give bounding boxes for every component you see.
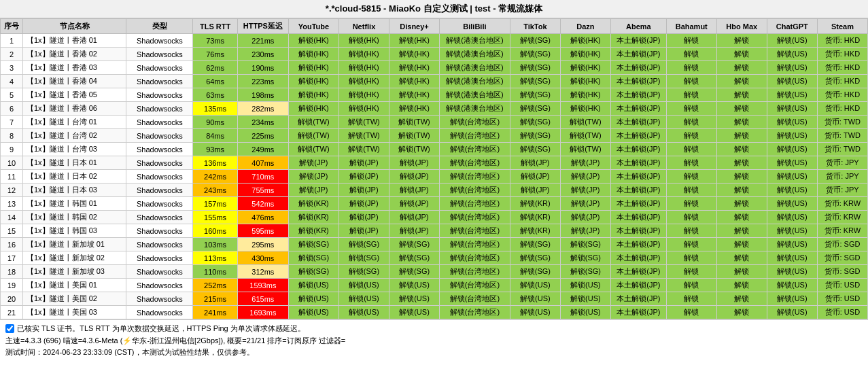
cell-netflix: 解锁(HK) bbox=[338, 34, 389, 48]
col-header-chatgpt: ChatGPT bbox=[767, 19, 817, 34]
cell-tiktok: 解锁(KR) bbox=[510, 197, 560, 211]
cell-netflix: 解锁(US) bbox=[338, 279, 389, 292]
cell-type: Shadowsocks bbox=[126, 292, 193, 306]
cell-name: 【1x】隧道丨台湾 02 bbox=[23, 129, 126, 143]
cell-name: 【1x】隧道丨新加坡 01 bbox=[23, 238, 126, 251]
table-row: 14 【1x】隧道丨韩国 02 Shadowsocks 155ms 476ms … bbox=[1, 211, 868, 224]
cell-chatgpt: 解锁(US) bbox=[767, 238, 817, 251]
table-row: 9 【1x】隧道丨台湾 03 Shadowsocks 93ms 249ms 解锁… bbox=[1, 143, 868, 156]
cell-bili: 解锁(台湾地区) bbox=[440, 306, 510, 319]
cell-type: Shadowsocks bbox=[126, 143, 193, 156]
cell-abema: 本土解锁(JP) bbox=[610, 75, 666, 88]
cell-dazn: 解锁(HK) bbox=[560, 75, 610, 88]
cell-netflix: 解锁(JP) bbox=[338, 211, 389, 224]
cell-disney: 解锁(US) bbox=[389, 306, 440, 319]
cell-https: 282ms bbox=[237, 102, 288, 116]
cell-disney: 解锁(HK) bbox=[389, 75, 440, 88]
cell-rtt: 135ms bbox=[193, 102, 237, 116]
cell-tiktok: 解锁(SG) bbox=[510, 102, 560, 116]
cell-type: Shadowsocks bbox=[126, 306, 193, 319]
cell-disney: 解锁(SG) bbox=[389, 265, 440, 279]
cell-abema: 本土解锁(JP) bbox=[610, 102, 666, 116]
table-row: 3 【1x】隧道丨香港 03 Shadowsocks 62ms 190ms 解锁… bbox=[1, 61, 868, 75]
cell-tiktok: 解锁(SG) bbox=[510, 75, 560, 88]
cell-dazn: 解锁(US) bbox=[560, 279, 610, 292]
col-header-steam: Steam bbox=[817, 19, 867, 34]
col-header-dazn: Dazn bbox=[560, 19, 610, 34]
cell-steam: 货币: HKD bbox=[817, 48, 867, 61]
cell-https: 221ms bbox=[237, 34, 288, 48]
cell-tiktok: 解锁(SG) bbox=[510, 61, 560, 75]
cell-steam: 货币: JPY bbox=[817, 184, 867, 197]
cell-hbomax: 解锁 bbox=[716, 156, 767, 170]
cell-name: 【1x】隧道丨韩国 01 bbox=[23, 197, 126, 211]
cell-name: 【1x】隧道丨美国 03 bbox=[23, 306, 126, 319]
cell-dazn: 解锁(US) bbox=[560, 306, 610, 319]
table-row: 7 【1x】隧道丨台湾 01 Shadowsocks 90ms 234ms 解锁… bbox=[1, 116, 868, 129]
cell-steam: 货币: USD bbox=[817, 279, 867, 292]
cell-tiktok: 解锁(JP) bbox=[510, 184, 560, 197]
cell-rtt: 103ms bbox=[193, 238, 237, 251]
cell-youtube: 解锁(JP) bbox=[288, 156, 338, 170]
cell-youtube: 解锁(HK) bbox=[288, 88, 338, 102]
cell-chatgpt: 解锁(US) bbox=[767, 224, 817, 238]
cell-dazn: 解锁(TW) bbox=[560, 143, 610, 156]
cell-hbomax: 解锁 bbox=[716, 143, 767, 156]
tls-checkbox[interactable] bbox=[5, 324, 14, 333]
cell-type: Shadowsocks bbox=[126, 88, 193, 102]
cell-hbomax: 解锁 bbox=[716, 265, 767, 279]
cell-seq: 8 bbox=[1, 129, 23, 143]
cell-disney: 解锁(HK) bbox=[389, 48, 440, 61]
cell-abema: 本土解锁(JP) bbox=[610, 238, 666, 251]
cell-bili: 解锁(台湾地区) bbox=[440, 143, 510, 156]
col-header-seq: 序号 bbox=[1, 19, 23, 34]
cell-https: 1693ms bbox=[237, 306, 288, 319]
cell-netflix: 解锁(HK) bbox=[338, 88, 389, 102]
cell-bili: 解锁(台湾地区) bbox=[440, 279, 510, 292]
cell-disney: 解锁(US) bbox=[389, 292, 440, 306]
cell-name: 【1x】隧道丨香港 05 bbox=[23, 88, 126, 102]
cell-bili: 解锁(台湾地区) bbox=[440, 211, 510, 224]
cell-chatgpt: 解锁(US) bbox=[767, 156, 817, 170]
cell-abema: 本土解锁(JP) bbox=[610, 116, 666, 129]
cell-bili: 解锁(台湾地区) bbox=[440, 116, 510, 129]
cell-dazn: 解锁(SG) bbox=[560, 251, 610, 265]
cell-rtt: 110ms bbox=[193, 265, 237, 279]
cell-type: Shadowsocks bbox=[126, 265, 193, 279]
cell-hbomax: 解锁 bbox=[716, 292, 767, 306]
table-row: 16 【1x】隧道丨新加坡 01 Shadowsocks 103ms 295ms… bbox=[1, 238, 868, 251]
cell-bili: 解锁(台湾地区) bbox=[440, 156, 510, 170]
footer-line3: 测试时间：2024-06-23 23:33:09 (CST)，本测试为试验性结果… bbox=[5, 347, 863, 359]
cell-steam: 货币: KRW bbox=[817, 197, 867, 211]
cell-steam: 货币: HKD bbox=[817, 61, 867, 75]
cell-hbomax: 解锁 bbox=[716, 34, 767, 48]
cell-bahamut: 解锁 bbox=[666, 238, 716, 251]
cell-type: Shadowsocks bbox=[126, 102, 193, 116]
cell-youtube: 解锁(HK) bbox=[288, 75, 338, 88]
table-body: 1 【1x】隧道丨香港 01 Shadowsocks 73ms 221ms 解锁… bbox=[1, 34, 868, 319]
cell-https: 223ms bbox=[237, 75, 288, 88]
col-header-type: 类型 bbox=[126, 19, 193, 34]
cell-bahamut: 解锁 bbox=[666, 224, 716, 238]
table-row: 4 【1x】隧道丨香港 04 Shadowsocks 64ms 223ms 解锁… bbox=[1, 75, 868, 88]
cell-seq: 15 bbox=[1, 224, 23, 238]
cell-hbomax: 解锁 bbox=[716, 238, 767, 251]
cell-hbomax: 解锁 bbox=[716, 129, 767, 143]
main-container: *.*cloud-5815 - MiaoKo 自定义测试 | test - 常规… bbox=[0, 0, 868, 362]
cell-name: 【1x】隧道丨美国 02 bbox=[23, 292, 126, 306]
cell-tiktok: 解锁(SG) bbox=[510, 251, 560, 265]
cell-seq: 6 bbox=[1, 102, 23, 116]
cell-netflix: 解锁(HK) bbox=[338, 102, 389, 116]
cell-bili: 解锁(港澳台地区) bbox=[440, 88, 510, 102]
cell-type: Shadowsocks bbox=[126, 61, 193, 75]
cell-name: 【1x】隧道丨日本 01 bbox=[23, 156, 126, 170]
cell-https: 295ms bbox=[237, 238, 288, 251]
cell-seq: 18 bbox=[1, 265, 23, 279]
cell-steam: 货币: HKD bbox=[817, 75, 867, 88]
cell-bili: 解锁(港澳台地区) bbox=[440, 102, 510, 116]
cell-chatgpt: 解锁(US) bbox=[767, 116, 817, 129]
cell-https: 1593ms bbox=[237, 279, 288, 292]
table-wrapper: 序号 节点名称 类型 TLS RTT HTTPS延迟 YouTube Netfl… bbox=[0, 18, 868, 319]
cell-netflix: 解锁(TW) bbox=[338, 143, 389, 156]
cell-chatgpt: 解锁(US) bbox=[767, 34, 817, 48]
